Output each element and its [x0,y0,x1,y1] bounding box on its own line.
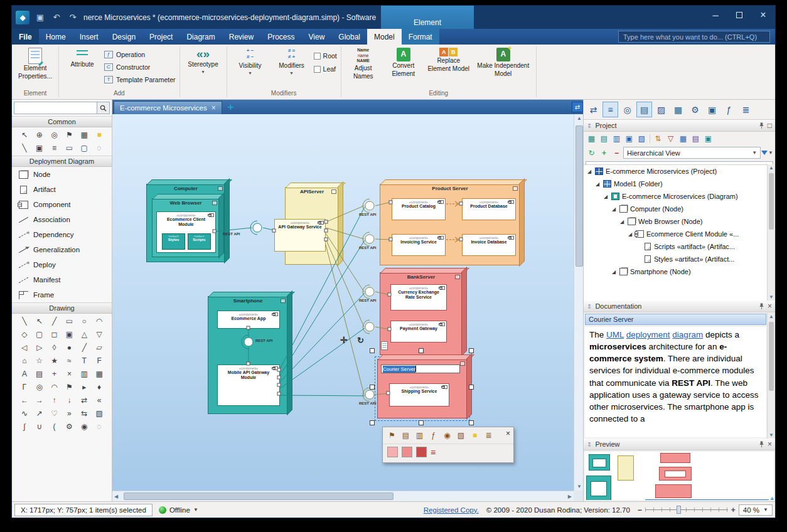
preview-zoom-plus-icon[interactable]: + [770,496,774,500]
drawing-shape-26-icon[interactable]: + [47,368,62,380]
drawing-shape-38-icon[interactable]: ↑ [47,394,62,407]
tab-review[interactable]: Review [222,29,260,45]
expander-icon[interactable]: ◢ [594,181,601,187]
leaf-checkbox[interactable]: Leaf [314,64,337,74]
drawing-shape-6-icon[interactable]: ◇ [17,328,32,341]
drawing-shape-22-icon[interactable]: T [77,354,92,367]
zoom-level-select[interactable]: 40 % ▼ [739,504,773,516]
selection-handle[interactable] [370,385,375,390]
palette-item-dependency[interactable]: Dependency [12,227,112,242]
flag-tool-icon[interactable]: ⚑ [62,129,77,141]
color-swatch-2[interactable] [416,447,427,457]
drawing-shape-4-icon[interactable]: ○ [77,315,92,327]
drawing-shape-7-icon[interactable]: ▢ [32,328,47,341]
node-smartphone[interactable]: Smartphone «component» Ecommerce App «co… [208,296,288,414]
drawing-shape-35-icon[interactable]: ♦ [92,381,107,393]
drawing-shape-41-icon[interactable]: « [92,394,107,407]
scroll-down-icon[interactable]: ▼ [768,294,775,300]
make-independent-model-button[interactable]: A✦ Make Independent Model [474,47,532,77]
drawing-shape-47-icon[interactable]: ▧ [92,407,107,420]
component-currency-exchange[interactable]: «component» Currency Exchange Rate Servi… [390,284,447,311]
operation-button[interactable]: ƒ Operation [104,48,176,60]
palette-item-manifest[interactable]: Manifest [12,272,112,287]
panel-drag-icon[interactable]: ⇕ [587,122,592,129]
scroll-down-icon[interactable]: ▼ [768,432,775,438]
documentation-scrollbar[interactable]: ▲ ▼ [767,313,775,439]
tab-home[interactable]: Home [39,29,73,45]
zoom-tool-icon[interactable]: ◎ [47,129,62,141]
fill-style-icon[interactable]: ▤ [400,430,412,442]
format-flag-icon[interactable]: ⚑ [386,430,398,442]
selection-handle[interactable] [419,348,424,353]
tab-close-icon[interactable]: × [211,104,216,112]
tree-scroll-thumb[interactable] [769,173,774,230]
documentation-text[interactable]: The UML deployment diagram depicts a mic… [585,327,766,437]
tree-item[interactable]: ◢Ecommerce Client Module «... [584,228,767,240]
add-model-icon[interactable]: ▣ [623,133,635,144]
stereotype-button[interactable]: «» Stereotype ▾ [184,47,223,75]
add-diagram-icon[interactable]: ▦ [586,133,597,144]
component-invoicing-service[interactable]: «component» Invoicing Service [392,234,446,256]
node-web-browser[interactable]: Web Browser «component» Ecommerce Client… [152,198,220,257]
expander-icon[interactable]: ◢ [611,269,617,275]
box-tool-icon[interactable]: ▭ [62,142,77,154]
artifact-styles[interactable]: «artifact» Styles [162,233,185,250]
remove-icon[interactable]: − [611,147,623,159]
color-swatch-0[interactable] [387,447,398,457]
undo-icon[interactable]: ↶ [51,12,62,23]
tab-scroll-icon[interactable]: ⇄ [572,102,583,112]
drawing-shape-28-icon[interactable]: ▥ [77,368,92,380]
palette-item-node[interactable]: Node [12,167,112,182]
panel-close-icon[interactable]: × [768,302,772,311]
tree-item[interactable]: ◢E-commerce Microservices (Diagram) [584,190,767,203]
component-payment-gateway[interactable]: «component» Payment Gateway [390,321,447,343]
drawing-shape-11-icon[interactable]: ▽ [92,328,107,341]
component-mobile-api-gateway-module[interactable]: «component» Mobile API Gateway Module [217,364,280,406]
artifact-scripts[interactable]: «artifact» Scripts [188,233,211,250]
drawing-shape-34-icon[interactable]: ▸ [77,381,92,393]
preview-thumbnail[interactable]: + [585,452,774,500]
element-browser-icon[interactable]: ≡ [602,102,618,117]
table-tool-icon[interactable]: ▦ [77,129,92,141]
drawing-shape-52-icon[interactable]: ◉ [77,420,92,433]
select-tool-icon[interactable]: ↖ [17,129,32,141]
toolbox-section-common[interactable]: Common [12,116,112,127]
scroll-right-icon[interactable]: ▶ [568,491,572,501]
drawing-shape-15-icon[interactable]: ● [62,341,77,354]
drawing-shape-44-icon[interactable]: ♡ [47,407,62,420]
drawing-shape-30-icon[interactable]: Γ [17,381,32,393]
drawing-shape-3-icon[interactable]: ▭ [62,315,77,327]
vertical-scroll-thumb[interactable] [576,125,583,267]
drawing-shape-42-icon[interactable]: ∿ [17,407,32,420]
doc-term-link[interactable]: deployment [626,330,670,339]
drawing-shape-43-icon[interactable]: ↗ [32,407,47,420]
doc-term-link[interactable]: diagram [672,330,703,339]
drawing-shape-29-icon[interactable]: ▦ [92,368,107,380]
tab-view[interactable]: View [302,29,332,45]
palette-item-component[interactable]: Component [12,197,112,212]
drawing-shape-12-icon[interactable]: ◁ [17,341,32,354]
drawing-shape-24-icon[interactable]: A [17,368,32,380]
tree-item[interactable]: Scripts «artifact» (Artifac... [584,240,767,253]
drawing-shape-0-icon[interactable]: ╲ [17,315,32,327]
lasso-tool-icon[interactable]: ⊕ [32,129,47,141]
tree-item[interactable]: Styles «artifact» (Artifact... [584,253,767,265]
save-icon[interactable]: ▣ [35,12,46,23]
image-tool-icon[interactable]: ▣ [32,142,47,154]
drawing-shape-50-icon[interactable]: ( [47,420,62,433]
drawing-shape-33-icon[interactable]: ⚑ [62,381,77,393]
drawing-shape-14-icon[interactable]: ◊ [47,341,62,354]
zoom-out-icon[interactable]: − [638,506,642,514]
new-tab-icon[interactable]: ＋ [226,101,235,113]
template-parameter-button[interactable]: T Template Parameter [104,73,176,85]
filter-icon[interactable] [761,151,768,155]
visibility-button[interactable]: + −# ~ Visibility ▾ [231,47,270,76]
expander-icon[interactable]: ◢ [619,219,625,225]
component-ecommerce-client-module[interactable]: «component» Ecommerce Client Module «art… [156,211,216,253]
tab-design[interactable]: Design [105,29,142,45]
tab-file[interactable]: File [12,29,39,45]
tree-item[interactable]: ◢Smartphone (Node) [584,265,767,278]
sort-icon[interactable]: ⇅ [652,133,664,144]
scroll-up-icon[interactable]: ▲ [768,314,775,319]
scroll-up-icon[interactable]: ▲ [768,165,775,171]
